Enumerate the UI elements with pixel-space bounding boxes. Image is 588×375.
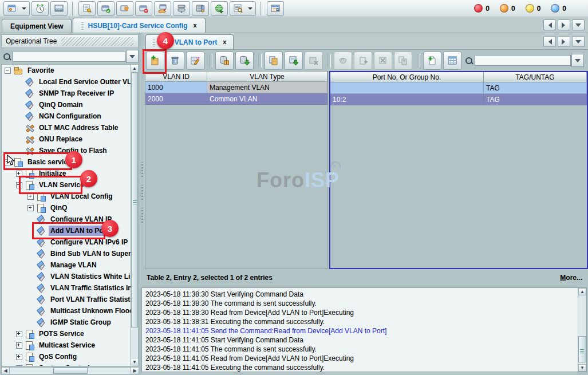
tree-item-snmp-trap-receiver-ip[interactable]: SNMP Trap Receiver IP [2, 88, 131, 99]
tree-item-system-control[interactable]: System Control [2, 362, 131, 366]
deliver-to-device-button[interactable] [285, 52, 303, 70]
deliver-service-button[interactable] [154, 1, 171, 16]
customize-columns-button[interactable] [443, 52, 461, 70]
delete-from-device-button[interactable] [374, 52, 392, 70]
cell-vlan-id[interactable]: 1000 [145, 82, 207, 93]
tree-item-multicast-service[interactable]: Multicast Service [2, 340, 131, 351]
cell-vlan-type[interactable]: Common VLAN [207, 93, 327, 105]
expand-icon[interactable] [16, 331, 22, 337]
tree-horizontal-scrollbar[interactable]: ◀ ▶ [1, 367, 139, 374]
tab-scroll-right-button[interactable] [558, 19, 570, 30]
cell-vlan-id[interactable]: 2000 [145, 93, 207, 105]
card-filter-button[interactable] [116, 1, 133, 16]
cancel-deliver-button[interactable] [305, 52, 323, 70]
onu-config-button[interactable] [50, 1, 68, 16]
expand-icon[interactable] [16, 354, 22, 360]
tree-item-manage-vlan[interactable]: Manage VLAN [2, 259, 131, 271]
report-window-button[interactable] [267, 1, 284, 16]
tree-item-port-vlan-traffic-statistics[interactable]: Port VLAN Traffic Statistics [2, 294, 131, 305]
tree-search-input[interactable] [13, 51, 125, 62]
critical-alarm-icon[interactable] [474, 4, 483, 13]
tree-item-qinq[interactable]: QinQ [2, 202, 131, 214]
scrollbar-thumb[interactable] [53, 368, 88, 374]
new-table-button[interactable] [423, 52, 441, 70]
table-row-selected[interactable]: 2000 Common VLAN [145, 93, 327, 105]
tree-item-ngn-configuration[interactable]: NGN Configuration [2, 110, 131, 122]
collapse-icon[interactable] [5, 68, 11, 74]
scrollbar-thumb[interactable] [131, 73, 138, 327]
manual-config-button[interactable] [334, 52, 352, 70]
query-list-button[interactable] [230, 1, 256, 16]
tab-card-service-config[interactable]: HSUB[10]-Card Service Config x [73, 18, 205, 33]
tree-item-igmp-static-group[interactable]: IGMP Static Group [2, 317, 131, 328]
tab-scroll-left-button[interactable] [543, 36, 556, 47]
card-confirm-button[interactable] [97, 1, 115, 16]
tree-vertical-scrollbar[interactable]: ▲ ▼ [131, 64, 139, 366]
scroll-up-button[interactable]: ▲ [578, 288, 586, 295]
expand-icon[interactable] [16, 365, 22, 367]
close-icon[interactable]: x [223, 39, 226, 45]
tree-item-olt-mac-address-table[interactable]: OLT MAC Address Table [2, 122, 131, 133]
tree-item-pots-service[interactable]: POTS Service [2, 328, 131, 340]
tree-item-favorite[interactable]: Favorite [2, 65, 131, 76]
device-backup-button[interactable] [192, 1, 209, 16]
workspace-button[interactable] [3, 1, 30, 16]
read-from-device-button[interactable] [265, 52, 283, 70]
warning-alarm-icon[interactable] [551, 4, 559, 13]
scroll-left-button[interactable]: ◀ [2, 368, 10, 374]
table-row[interactable]: 1000 Management VLAN [145, 82, 327, 93]
scroll-down-button[interactable]: ▼ [578, 364, 586, 372]
annotation-step-2: 2 [80, 170, 97, 187]
delete-record-button[interactable] [166, 52, 184, 70]
card-remove-button[interactable] [135, 1, 152, 16]
card-auth-button[interactable] [78, 1, 96, 16]
timer-button[interactable] [31, 1, 49, 16]
sync-device-button[interactable] [394, 52, 412, 70]
scroll-right-button[interactable]: ▶ [131, 368, 139, 374]
scroll-down-button[interactable]: ▼ [131, 358, 138, 366]
cell-tag[interactable]: TAG [484, 94, 587, 105]
tab-scroll-right-button[interactable] [558, 36, 570, 47]
table-search-input[interactable] [475, 55, 571, 66]
tab-equipment-view[interactable]: Equipment View [2, 19, 72, 33]
save-to-db-button[interactable] [235, 52, 254, 70]
scrollbar-thumb[interactable] [578, 336, 586, 362]
device-manager-button[interactable] [173, 1, 190, 16]
search-dropdown-button[interactable] [571, 54, 584, 67]
table-row[interactable]: TAG [330, 82, 587, 94]
web-sync-button[interactable] [211, 1, 228, 16]
expand-icon[interactable] [27, 205, 34, 211]
tree-item-vlan-statistics-white-list[interactable]: VLAN Statistics White List [2, 271, 131, 282]
tree-item-onu-replace[interactable]: ONU Replace [2, 133, 131, 145]
tree-item-qos-config[interactable]: QoS Config [2, 351, 131, 362]
more-link[interactable]: More... [560, 274, 588, 282]
read-from-db-button[interactable] [215, 52, 234, 70]
expand-icon[interactable] [16, 342, 22, 349]
cell-port[interactable] [330, 82, 484, 94]
scroll-up-button[interactable]: ▲ [131, 65, 138, 73]
minor-alarm-icon[interactable] [526, 4, 534, 13]
add-to-device-button[interactable] [354, 52, 372, 70]
tree-item-qinq-domain[interactable]: QinQ Domain [2, 99, 131, 110]
tab-list-button[interactable] [572, 36, 585, 47]
search-dropdown-button[interactable] [126, 50, 139, 63]
hammer-icon [25, 89, 35, 98]
tree-item-multicast-unknown-flood[interactable]: Multicast Unknown Flood [2, 305, 131, 317]
table-row-selected[interactable]: 10:2 TAG [330, 94, 587, 105]
column-header-port[interactable]: Port No. Or Group No. [330, 72, 484, 82]
tab-list-button[interactable] [572, 19, 585, 30]
tree-item-local-end-service-outter-vlan[interactable]: Local End Service Outter VLAN [2, 76, 131, 88]
tree-item-vlan-traffic-statistics-info[interactable]: VLAN Traffic Statistics Info [2, 282, 131, 294]
tab-scroll-left-button[interactable] [543, 19, 556, 30]
column-header-vlan-type[interactable]: VLAN Type [207, 72, 327, 82]
log-vertical-scrollbar[interactable]: ▲ ▼ [578, 288, 586, 372]
cell-vlan-type[interactable]: Management VLAN [207, 82, 327, 93]
cell-tag[interactable]: TAG [484, 82, 587, 94]
close-icon[interactable]: x [194, 22, 197, 29]
major-alarm-icon[interactable] [500, 4, 508, 13]
cell-port[interactable]: 10:2 [330, 94, 484, 105]
column-header-tag[interactable]: TAG/UNTAG [484, 72, 587, 82]
expand-icon[interactable] [27, 194, 34, 200]
tree-item-bind-sub-vlan-to-super-vlan[interactable]: Bind Sub VLAN to Super VL [2, 248, 131, 259]
modify-record-button[interactable] [186, 52, 204, 70]
